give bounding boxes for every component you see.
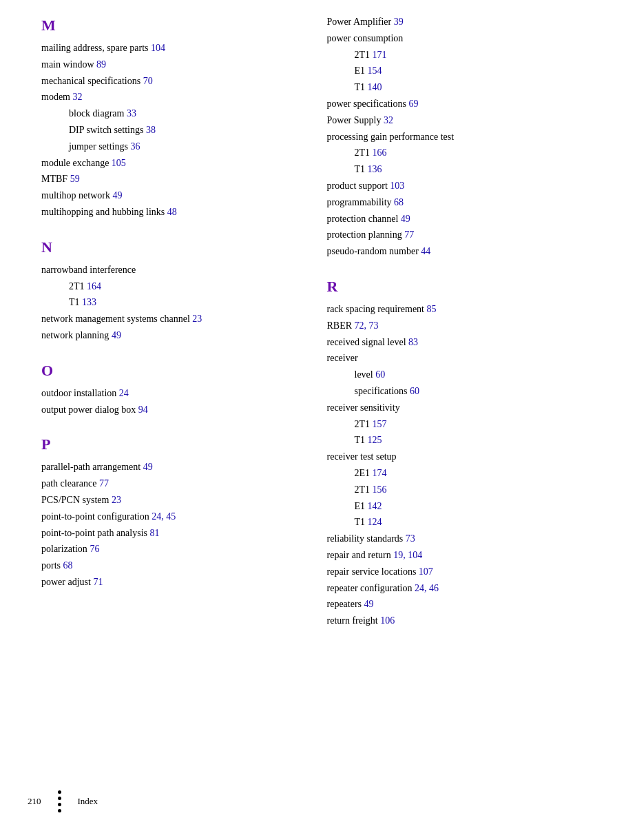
entry: product support 103 xyxy=(327,178,585,194)
page-num[interactable]: 32 xyxy=(384,115,393,125)
page-num[interactable]: 59 xyxy=(70,174,80,184)
entry-main-line: rack spacing requirement 85 xyxy=(327,301,585,318)
entry-sub-line: E1 154 xyxy=(327,63,585,79)
entry: repair and return 19, 104 xyxy=(327,547,585,564)
entry: receiver sensitivity2T1 157T1 125 xyxy=(327,400,585,449)
page-num[interactable]: 19, 104 xyxy=(393,550,422,560)
page-num[interactable]: 38 xyxy=(146,125,156,135)
page-num[interactable]: 71 xyxy=(93,577,103,587)
page-num[interactable]: 49 xyxy=(143,462,153,472)
page-num[interactable]: 154 xyxy=(368,65,382,76)
page-num[interactable]: 68 xyxy=(63,560,73,571)
entry-sub-line: T1 136 xyxy=(327,161,585,178)
page-num[interactable]: 133 xyxy=(82,297,96,307)
entry: mailing address, spare parts 104 xyxy=(41,40,300,57)
entry-sub-line: jumper settings 36 xyxy=(41,139,300,155)
dot-4 xyxy=(58,809,61,812)
page-num[interactable]: 76 xyxy=(90,544,99,554)
dot-3 xyxy=(58,803,61,806)
entry: polarization 76 xyxy=(41,541,300,557)
page-num[interactable]: 73 xyxy=(406,533,415,544)
page-num[interactable]: 171 xyxy=(373,50,387,60)
page-num[interactable]: 70 xyxy=(143,76,153,86)
page-num[interactable]: 104 xyxy=(151,43,165,53)
entry: reliability standards 73 xyxy=(327,531,585,547)
page-num[interactable]: 23 xyxy=(112,495,121,505)
entry: module exchange 105 xyxy=(41,155,300,172)
section-letter-P: P xyxy=(41,436,300,453)
entry: main window 89 xyxy=(41,57,300,73)
entry: power consumption2T1 171E1 154T1 140 xyxy=(327,30,585,96)
entry-main-line: narrowband interference xyxy=(41,262,300,278)
page-num[interactable]: 81 xyxy=(149,528,159,538)
entry: protection channel 49 xyxy=(327,211,585,227)
entry-main-line: power specifications 69 xyxy=(327,96,585,112)
page-num[interactable]: 156 xyxy=(373,484,387,495)
page-num[interactable]: 85 xyxy=(427,304,437,314)
page-num[interactable]: 164 xyxy=(87,281,101,291)
entry: processing gain performance test2T1 166T… xyxy=(327,129,585,178)
page-num[interactable]: 94 xyxy=(138,404,148,415)
entry-main-line: repeater configuration 24, 46 xyxy=(327,580,585,597)
page-num[interactable]: 166 xyxy=(373,147,387,158)
page-num[interactable]: 103 xyxy=(390,181,404,191)
section-letter-O: O xyxy=(41,362,300,380)
page-num[interactable]: 106 xyxy=(380,615,395,626)
entry-sub-line: block diagram 33 xyxy=(41,105,300,122)
page-num[interactable]: 142 xyxy=(368,501,382,511)
page-num[interactable]: 107 xyxy=(419,566,433,577)
page-num[interactable]: 69 xyxy=(408,99,418,109)
page-num[interactable]: 89 xyxy=(96,59,106,70)
page-num[interactable]: 72, 73 xyxy=(355,320,379,331)
page-num[interactable]: 174 xyxy=(373,468,387,478)
footer-label: Index xyxy=(78,796,98,807)
page-num[interactable]: 77 xyxy=(404,229,414,240)
page-num[interactable]: 124 xyxy=(368,517,382,527)
entry-main-line: outdoor installation 24 xyxy=(41,385,300,402)
page-num[interactable]: 36 xyxy=(130,141,140,152)
entry-main-line: module exchange 105 xyxy=(41,155,300,172)
page-num[interactable]: 23 xyxy=(192,314,202,324)
page-num[interactable]: 49 xyxy=(112,330,121,340)
dot-1 xyxy=(58,790,61,794)
entry: network planning 49 xyxy=(41,327,300,344)
page-num[interactable]: 48 xyxy=(167,207,177,217)
dot-2 xyxy=(58,797,61,800)
entry: power specifications 69 xyxy=(327,96,585,112)
page-num[interactable]: 140 xyxy=(368,82,382,92)
entry: multihopping and hubbing links 48 xyxy=(41,204,300,221)
entry-main-line: received signal level 83 xyxy=(327,334,585,351)
page-num[interactable]: 77 xyxy=(99,478,109,489)
page-num[interactable]: 49 xyxy=(401,214,410,224)
section-spacer xyxy=(327,260,585,275)
page: Mmailing address, spare parts 104main wi… xyxy=(0,0,626,840)
page-num[interactable]: 125 xyxy=(368,435,382,445)
page-num[interactable]: 83 xyxy=(408,337,418,347)
page-num[interactable]: 44 xyxy=(421,246,430,256)
page-num[interactable]: 24, 46 xyxy=(415,583,439,593)
page-num[interactable]: 24, 45 xyxy=(152,511,176,522)
entry-sub-line: 2T1 166 xyxy=(327,145,585,161)
entry-main-line: repair service locations 107 xyxy=(327,564,585,580)
page-num[interactable]: 157 xyxy=(373,419,387,429)
page-num[interactable]: 105 xyxy=(112,158,126,168)
entry-main-line: Power Amplifier 39 xyxy=(327,14,585,30)
page-num[interactable]: 136 xyxy=(368,164,382,174)
page-num[interactable]: 60 xyxy=(375,369,385,380)
page-num[interactable]: 39 xyxy=(394,17,404,27)
page-num[interactable]: 49 xyxy=(364,599,374,609)
left-column: Mmailing address, spare parts 104main wi… xyxy=(41,14,300,785)
entry-main-line: mechanical specifications 70 xyxy=(41,73,300,90)
entry: path clearance 77 xyxy=(41,475,300,492)
page-num[interactable]: 68 xyxy=(394,197,404,207)
entry-main-line: protection planning 77 xyxy=(327,227,585,243)
entry: Power Supply 32 xyxy=(327,112,585,129)
page-num[interactable]: 32 xyxy=(73,92,83,102)
page-num[interactable]: 33 xyxy=(127,108,136,119)
right-column: Power Amplifier 39power consumption2T1 1… xyxy=(327,14,585,785)
entry: pseudo-random number 44 xyxy=(327,243,585,260)
page-num[interactable]: 49 xyxy=(112,190,122,201)
page-num[interactable]: 60 xyxy=(410,386,419,396)
section-spacer xyxy=(41,221,300,236)
page-num[interactable]: 24 xyxy=(119,388,129,398)
